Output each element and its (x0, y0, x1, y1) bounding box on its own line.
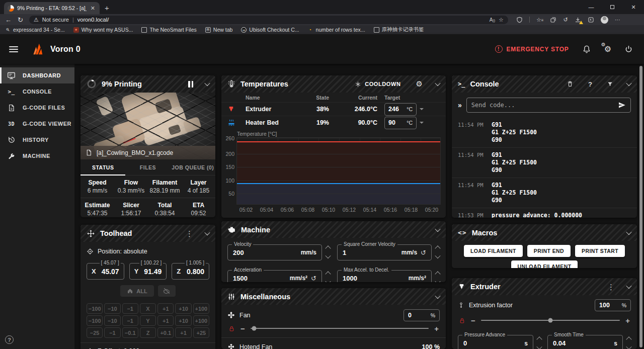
plus-icon[interactable]: + (625, 317, 630, 324)
max-accel-to-decel-input[interactable]: Max Accel. to Decel. 1000 mm/s² (337, 270, 432, 282)
gcode-preview[interactable]: [a]_Cowling_BMO_x1.gcode (80, 93, 215, 159)
jog-button[interactable]: −10 (104, 303, 120, 314)
collections-icon[interactable]: ☆≡ (536, 17, 544, 23)
jog-button[interactable]: +1 (157, 315, 174, 326)
minus-icon[interactable]: − (471, 317, 475, 324)
jog-button[interactable]: −1 (122, 315, 138, 326)
motors-off-button[interactable] (158, 285, 176, 297)
axis-x-field[interactable]: [ 45.07 ] X 45.07 (87, 263, 124, 280)
chevron-down-icon[interactable] (435, 80, 440, 86)
jog-button[interactable]: +1 (157, 303, 174, 314)
chevron-down-icon[interactable] (626, 229, 631, 234)
lock-icon[interactable] (459, 317, 465, 324)
sidebar-item-gcode-viewer[interactable]: 3D G-CODE VIEWER (0, 116, 74, 132)
chevron-down-icon[interactable] (435, 226, 440, 231)
jog-button[interactable]: +100 (193, 315, 209, 326)
trash-icon[interactable] (567, 80, 574, 88)
fan-slider[interactable] (251, 328, 429, 329)
window-minimize-button[interactable]: — (581, 4, 602, 10)
mainsail-logo[interactable] (29, 42, 44, 57)
bookmark-item[interactable]: ✦Why wont my ASUS... (73, 27, 133, 33)
tab-job-queue[interactable]: JOB QUEUE (0) (171, 159, 215, 175)
lock-icon[interactable] (228, 325, 235, 332)
jog-button[interactable]: −100 (87, 303, 103, 314)
profile-avatar[interactable] (601, 16, 608, 24)
read-aloud-icon[interactable]: A)) (490, 17, 495, 23)
settings-gears-icon[interactable]: ⚙⚙ (604, 44, 611, 54)
console-input-box[interactable] (466, 98, 631, 113)
bookmark-item[interactable]: ωUbisoft Checkout C... (241, 27, 299, 33)
stepper-arrows[interactable] (436, 272, 440, 282)
console-input[interactable] (471, 102, 615, 109)
fan-value-input[interactable]: 0 % (404, 309, 440, 321)
macro-button-unload-filament[interactable]: UNLOAD FILAMENT (511, 260, 578, 268)
sidebar-item-history[interactable]: HISTORY (0, 132, 74, 148)
reset-icon[interactable]: ↺ (311, 275, 316, 282)
address-bar[interactable]: ⚠ Not secure | voron0.local/ A)) ☆ (29, 16, 508, 24)
send-icon[interactable] (618, 101, 626, 109)
kebab-menu-icon[interactable]: ⋮ (186, 230, 193, 237)
kebab-menu-icon[interactable]: ⋮ (607, 283, 615, 291)
tab-files[interactable]: FILES (125, 159, 170, 175)
acceleration-input[interactable]: Acceleration 1500 mm/s² ↺ (227, 270, 322, 282)
tab-close-icon[interactable]: ✕ (90, 5, 96, 12)
axis-z-field[interactable]: [ 1.005 ] Z 0.800 (172, 263, 209, 280)
jog-button[interactable]: −10 (104, 315, 120, 326)
macro-button-print-start[interactable]: PRINT START (575, 245, 625, 257)
jog-button[interactable]: −0.1 (122, 327, 138, 338)
gear-icon[interactable]: ⚙ (416, 79, 423, 89)
emergency-stop-button[interactable]: ! EMERGENCY STOP (495, 45, 569, 53)
chevron-down-icon[interactable] (204, 230, 210, 235)
macro-button-load-filament[interactable]: LOAD FILAMENT (464, 245, 523, 257)
console-log[interactable]: 11:54 PM G91 G1 Z+25 F1500 G90 11:54 PM … (452, 118, 637, 218)
jog-button[interactable]: −1 (122, 303, 138, 314)
stepper-arrows[interactable] (537, 337, 541, 349)
chevron-down-icon[interactable] (626, 283, 631, 289)
temperature-chart[interactable]: Temperature [°C] 260 200 150 100 50 05:0… (221, 129, 446, 218)
stepper-arrows[interactable] (436, 246, 440, 258)
chevron-down-icon[interactable] (204, 80, 210, 86)
new-tab-button[interactable]: + (105, 4, 109, 12)
refresh-icon[interactable]: ↻ (18, 17, 23, 23)
jog-button[interactable]: −25 (87, 327, 103, 338)
jog-button[interactable]: +1 (175, 327, 191, 338)
apps-icon[interactable] (588, 17, 594, 23)
velocity-input[interactable]: Velocity 200 mm/s (227, 244, 322, 260)
chevron-down-icon[interactable] (435, 293, 440, 298)
favorites-star-icon[interactable]: ☆ (499, 17, 504, 23)
filter-icon[interactable] (607, 81, 613, 88)
bookmark-item[interactable]: ⬩number of rows tex... (308, 27, 365, 33)
jog-button[interactable]: +10 (175, 303, 191, 314)
bookmark-item[interactable]: ▤New tab (205, 27, 233, 33)
bookmark-item[interactable]: 原神抽卡记录书签 (374, 26, 424, 33)
smooth-time-input[interactable]: Smooth Time 0.04 s (547, 335, 623, 349)
page-scrollbar[interactable] (639, 66, 642, 347)
browser-menu-icon[interactable]: ··· (615, 17, 620, 23)
stepper-arrows[interactable] (326, 246, 330, 258)
jog-button[interactable]: −1 (104, 327, 120, 338)
browser-tab[interactable]: 9% Printing - ETA: 09:52 - [a]_Co ✕ (4, 2, 100, 14)
chevron-down-icon[interactable] (626, 80, 631, 86)
power-icon[interactable] (624, 45, 633, 53)
sidebar-item-machine[interactable]: MACHINE (0, 148, 74, 164)
stepper-arrows[interactable] (627, 337, 631, 349)
tab-groups-icon[interactable] (550, 17, 556, 23)
jog-button[interactable]: +10 (175, 315, 191, 326)
tab-status[interactable]: STATUS (80, 159, 125, 175)
history-icon[interactable]: ↺ (563, 17, 568, 23)
pause-button[interactable] (188, 81, 193, 88)
home-all-button[interactable]: ALL (120, 285, 153, 297)
help-button[interactable]: ? (5, 335, 14, 344)
help-icon[interactable]: ? (588, 80, 592, 88)
axis-y-field[interactable]: [ 100.22 ] Y 91.49 (129, 263, 167, 280)
window-close-button[interactable]: ✕ (623, 4, 644, 11)
expand-console-icon[interactable]: » (458, 101, 462, 109)
reset-icon[interactable]: ↺ (421, 249, 426, 256)
extrusion-factor-input[interactable]: 100 % (595, 299, 631, 311)
bookmark-item[interactable]: 🔍︎expresscard 34 - Se... (5, 27, 65, 33)
plus-icon[interactable]: + (434, 325, 439, 332)
dropdown-caret-icon[interactable] (420, 122, 424, 126)
cooldown-button[interactable]: COOLDOWN (355, 81, 400, 88)
jog-button[interactable]: −100 (87, 315, 103, 326)
bookmark-item[interactable]: The NeoSmart Files (141, 27, 196, 33)
